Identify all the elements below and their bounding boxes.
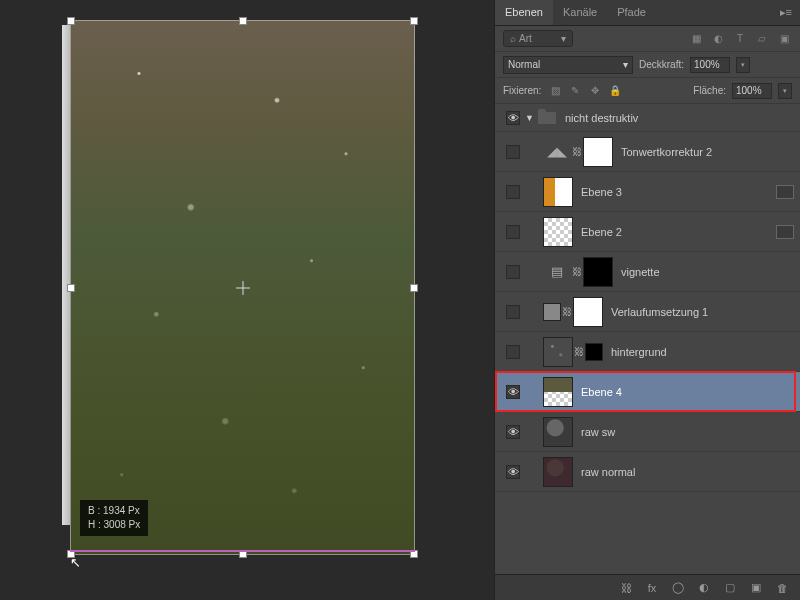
filter-shape-icon[interactable]: ▱ xyxy=(754,32,770,46)
layer-row-rawnormal[interactable]: 👁 raw normal xyxy=(495,452,800,492)
layer-name[interactable]: raw sw xyxy=(581,426,615,438)
tab-layers[interactable]: Ebenen xyxy=(495,0,553,25)
lock-all-icon[interactable]: 🔒 xyxy=(607,84,623,98)
panel-menu-icon[interactable]: ▸≡ xyxy=(772,0,800,25)
disclosure-triangle-icon[interactable]: ▼ xyxy=(525,113,537,123)
fill-flyout-button[interactable]: ▾ xyxy=(778,83,792,99)
new-layer-icon[interactable]: ▣ xyxy=(748,581,764,595)
folder-icon xyxy=(537,111,557,125)
fill-input[interactable]: 100% xyxy=(732,83,772,99)
panel-tab-bar: Ebenen Kanäle Pfade ▸≡ xyxy=(495,0,800,26)
layer-name[interactable]: Ebene 4 xyxy=(581,386,622,398)
opacity-input[interactable]: 100% xyxy=(690,57,730,73)
layer-name[interactable]: raw normal xyxy=(581,466,635,478)
visibility-toggle[interactable] xyxy=(506,185,520,199)
layer-mask-thumb[interactable] xyxy=(583,137,613,167)
search-icon: ⌕ xyxy=(510,33,516,44)
fx-badge-icon[interactable] xyxy=(776,185,794,199)
visibility-toggle[interactable] xyxy=(506,145,520,159)
visibility-toggle[interactable]: 👁 xyxy=(506,425,520,439)
layer-name[interactable]: vignette xyxy=(621,266,660,278)
layer-mask-thumb[interactable] xyxy=(583,257,613,287)
visibility-toggle[interactable] xyxy=(506,225,520,239)
layer-name[interactable]: Tonwertkorrektur 2 xyxy=(621,146,712,158)
layer-row-ebene4[interactable]: 👁 Ebene 4 xyxy=(495,372,800,412)
handle-top-mid[interactable] xyxy=(239,17,247,25)
layer-row-rawsw[interactable]: 👁 raw sw xyxy=(495,412,800,452)
layer-name[interactable]: Ebene 3 xyxy=(581,186,622,198)
link-icon: ⛓ xyxy=(571,266,583,277)
lock-pixels-icon[interactable]: ✎ xyxy=(567,84,583,98)
layer-thumb[interactable] xyxy=(543,417,573,447)
eye-icon: 👁 xyxy=(508,466,519,478)
dimension-height: H : 3008 Px xyxy=(88,518,140,532)
eye-icon: 👁 xyxy=(508,426,519,438)
dimension-width: B : 1934 Px xyxy=(88,504,140,518)
layer-thumb[interactable] xyxy=(543,457,573,487)
handle-top-right[interactable] xyxy=(410,17,418,25)
visibility-toggle[interactable] xyxy=(506,345,520,359)
eye-icon: 👁 xyxy=(508,112,519,124)
lock-transparency-icon[interactable]: ▨ xyxy=(547,84,563,98)
layer-name[interactable]: nicht destruktiv xyxy=(565,112,638,124)
layer-thumb[interactable] xyxy=(543,337,573,367)
transform-center-icon[interactable] xyxy=(236,281,250,295)
layer-thumb[interactable] xyxy=(543,377,573,407)
layer-name[interactable]: Ebene 2 xyxy=(581,226,622,238)
layer-row-verlauf[interactable]: ⛓ Verlaufumsetzung 1 xyxy=(495,292,800,332)
visibility-toggle[interactable]: 👁 xyxy=(506,465,520,479)
layer-thumb[interactable] xyxy=(543,217,573,247)
layer-filter-select[interactable]: ⌕ Art ▾ xyxy=(503,30,573,47)
layer-row-hintergrund[interactable]: ⛓ hintergrund xyxy=(495,332,800,372)
layer-row-ebene2[interactable]: Ebene 2 xyxy=(495,212,800,252)
layer-group-row[interactable]: 👁 ▼ nicht destruktiv xyxy=(495,104,800,132)
filter-pixel-icon[interactable]: ▦ xyxy=(688,32,704,46)
add-mask-icon[interactable]: ◯ xyxy=(670,581,686,595)
new-group-icon[interactable]: ▢ xyxy=(722,581,738,595)
layers-panel: Ebenen Kanäle Pfade ▸≡ ⌕ Art ▾ ▦ ◐ T ▱ ▣… xyxy=(494,0,800,600)
layer-name[interactable]: hintergrund xyxy=(611,346,667,358)
panel-footer: ⛓ fx ◯ ◐ ▢ ▣ 🗑 xyxy=(495,574,800,600)
lock-fill-row: Fixieren: ▨ ✎ ✥ 🔒 Fläche: 100% ▾ xyxy=(495,78,800,104)
chevron-down-icon: ▾ xyxy=(623,59,628,70)
chevron-down-icon: ▾ xyxy=(561,33,566,44)
visibility-toggle[interactable]: 👁 xyxy=(506,385,520,399)
filter-type-icon[interactable]: T xyxy=(732,32,748,46)
transform-baseline xyxy=(70,550,415,552)
visibility-toggle[interactable]: 👁 xyxy=(506,111,520,125)
link-layers-icon[interactable]: ⛓ xyxy=(618,581,634,595)
tab-channels[interactable]: Kanäle xyxy=(553,0,607,25)
layer-thumb[interactable] xyxy=(543,177,573,207)
layer-mask-thumb[interactable] xyxy=(585,343,603,361)
handle-top-left[interactable] xyxy=(67,17,75,25)
filter-smart-icon[interactable]: ▣ xyxy=(776,32,792,46)
fill-label: Fläche: xyxy=(693,85,726,96)
filter-adjustment-icon[interactable]: ◐ xyxy=(710,32,726,46)
link-icon: ⛓ xyxy=(561,306,573,317)
layer-row-vignette[interactable]: ▤ ⛓ vignette xyxy=(495,252,800,292)
link-icon: ⛓ xyxy=(573,346,585,357)
fx-badge-icon[interactable] xyxy=(776,225,794,239)
visibility-toggle[interactable] xyxy=(506,265,520,279)
opacity-flyout-button[interactable]: ▾ xyxy=(736,57,750,73)
lock-position-icon[interactable]: ✥ xyxy=(587,84,603,98)
blend-opacity-row: Normal ▾ Deckkraft: 100% ▾ xyxy=(495,52,800,78)
handle-mid-left[interactable] xyxy=(67,284,75,292)
cursor-icon: ↖ xyxy=(70,555,81,570)
tab-paths[interactable]: Pfade xyxy=(607,0,656,25)
panel-options-row: ⌕ Art ▾ ▦ ◐ T ▱ ▣ xyxy=(495,26,800,52)
layer-mask-thumb[interactable] xyxy=(573,297,603,327)
layer-row-ebene3[interactable]: Ebene 3 xyxy=(495,172,800,212)
adjustment-icon: ▤ xyxy=(543,265,571,279)
handle-mid-right[interactable] xyxy=(410,284,418,292)
layer-row-tonwertkorrektur[interactable]: ◢◣ ⛓ Tonwertkorrektur 2 xyxy=(495,132,800,172)
fx-icon[interactable]: fx xyxy=(644,581,660,595)
gradient-map-icon xyxy=(543,303,561,321)
adjustment-layer-icon[interactable]: ◐ xyxy=(696,581,712,595)
transform-bounding-box[interactable] xyxy=(70,20,415,555)
layer-name[interactable]: Verlaufumsetzung 1 xyxy=(611,306,708,318)
blend-mode-select[interactable]: Normal ▾ xyxy=(503,56,633,74)
visibility-toggle[interactable] xyxy=(506,305,520,319)
trash-icon[interactable]: 🗑 xyxy=(774,581,790,595)
link-icon: ⛓ xyxy=(571,146,583,157)
